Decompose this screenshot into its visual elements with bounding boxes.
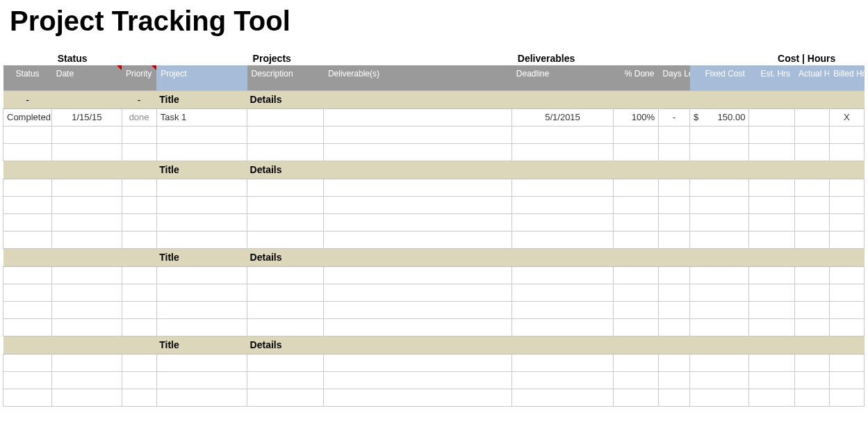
col-deadline[interactable]: Deadline — [512, 65, 613, 90]
table-row[interactable] — [3, 301, 865, 318]
col-description[interactable]: Description — [247, 65, 324, 90]
cell-est-hrs[interactable] — [749, 108, 794, 126]
col-est-hrs[interactable]: Est. Hrs — [749, 65, 794, 90]
band-details: Details — [247, 90, 865, 108]
table-row[interactable] — [3, 389, 865, 406]
cell-description[interactable] — [247, 108, 324, 126]
col-actual-hrs[interactable]: Actual Hrs — [794, 65, 829, 90]
col-deliverables[interactable]: Deliverable(s) — [324, 65, 512, 90]
cell-days-left[interactable]: - — [658, 108, 689, 126]
col-pct-done[interactable]: % Done — [613, 65, 658, 90]
col-fixed-cost[interactable]: Fixed Cost — [690, 65, 749, 90]
band-title: Title — [156, 90, 247, 108]
col-status[interactable]: Status — [3, 65, 52, 90]
table-row[interactable] — [3, 354, 865, 371]
column-header-row: Status Date Priority Project Description… — [3, 65, 865, 90]
cell-actual-hrs[interactable] — [794, 108, 829, 126]
col-priority[interactable]: Priority — [122, 65, 156, 90]
table-row[interactable] — [3, 126, 865, 143]
cell-fixed-cost[interactable]: $ 150.00 — [690, 108, 749, 126]
table-row[interactable] — [3, 266, 865, 284]
col-date[interactable]: Date — [52, 65, 122, 90]
band-dash: - — [122, 90, 156, 108]
table-row[interactable] — [3, 371, 865, 389]
page-title: Project Tracking Tool — [0, 0, 868, 48]
cell-status[interactable]: Completed — [3, 108, 52, 126]
section-band: Title Details — [3, 248, 865, 266]
cell-pct-done[interactable]: 100% — [613, 108, 658, 126]
currency-symbol: $ — [694, 112, 698, 122]
group-projects: Projects — [247, 48, 324, 65]
table-row[interactable]: Completed 1/15/15 done Task 1 5/1/2015 1… — [3, 108, 865, 126]
table-row[interactable] — [3, 213, 865, 231]
cell-billed-hrs[interactable]: X — [829, 108, 864, 126]
band-title: Title — [156, 336, 247, 354]
table-row[interactable] — [3, 196, 865, 213]
cell-priority[interactable]: done — [122, 108, 156, 126]
group-cost-hours: Cost | Hours — [749, 48, 865, 65]
group-status: Status — [52, 48, 122, 65]
table-row[interactable] — [3, 318, 865, 336]
table-row[interactable] — [3, 284, 865, 301]
band-details: Details — [247, 336, 865, 354]
band-details: Details — [247, 161, 865, 179]
project-tracking-table: Status Projects Deliverables Cost | Hour… — [3, 48, 865, 407]
table-row[interactable] — [3, 143, 865, 161]
cell-deadline[interactable]: 5/1/2015 — [512, 108, 613, 126]
band-title: Title — [156, 248, 247, 266]
group-header-row: Status Projects Deliverables Cost | Hour… — [3, 48, 865, 65]
band-dash: - — [3, 90, 52, 108]
table-row[interactable] — [3, 231, 865, 248]
table-row[interactable] — [3, 179, 865, 196]
col-project[interactable]: Project — [156, 65, 247, 90]
section-band: - - Title Details — [3, 90, 865, 108]
band-title: Title — [156, 161, 247, 179]
group-deliverables: Deliverables — [512, 48, 613, 65]
section-band: Title Details — [3, 161, 865, 179]
band-details: Details — [247, 248, 865, 266]
cell-date[interactable]: 1/15/15 — [52, 108, 122, 126]
currency-value: 150.00 — [718, 112, 746, 122]
cell-project[interactable]: Task 1 — [156, 108, 247, 126]
cell-deliverables[interactable] — [324, 108, 512, 126]
col-days-left[interactable]: Days Left — [658, 65, 689, 90]
section-band: Title Details — [3, 336, 865, 354]
col-billed-hrs[interactable]: Billed Hrs — [829, 65, 864, 90]
